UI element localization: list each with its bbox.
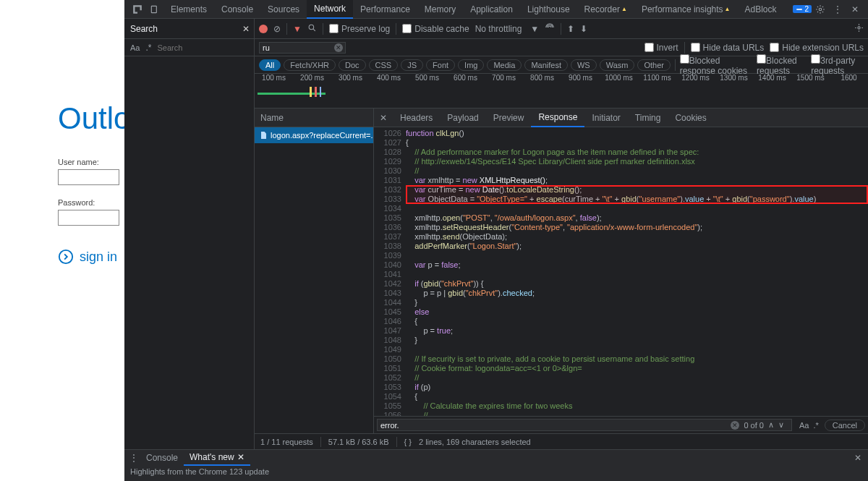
- tab-performance[interactable]: Performance: [353, 0, 417, 19]
- tab-sources[interactable]: Sources: [260, 0, 307, 19]
- network-filter-input[interactable]: [259, 42, 346, 54]
- drawer-menu-icon[interactable]: ⋮: [127, 453, 140, 463]
- blocked-requests-checkbox[interactable]: Blocked requests: [757, 54, 807, 76]
- svg-point-3: [819, 8, 822, 11]
- search-close-icon[interactable]: ✕: [238, 24, 254, 34]
- svg-point-5: [858, 26, 860, 28]
- device-icon[interactable]: [149, 4, 161, 15]
- tab-application[interactable]: Application: [463, 0, 520, 19]
- filter-pill-img[interactable]: Img: [458, 59, 484, 71]
- third-party-checkbox[interactable]: 3rd-party requests: [811, 54, 864, 76]
- password-label: Password:: [58, 198, 124, 207]
- transfer-size: 57.1 kB / 63.6 kB: [328, 438, 389, 446]
- detail-tab-headers[interactable]: Headers: [393, 108, 440, 127]
- find-prev-icon[interactable]: ∧: [768, 420, 774, 430]
- username-field[interactable]: [58, 169, 119, 185]
- filter-pill-font[interactable]: Font: [426, 59, 455, 71]
- inspect-icon[interactable]: [132, 4, 143, 15]
- throttle-select[interactable]: No throttling: [475, 24, 525, 34]
- drawer-content: Highlights from the Chrome 123 update: [124, 466, 868, 481]
- filter-pill-ws[interactable]: WS: [571, 59, 597, 71]
- filter-pill-fetch-xhr[interactable]: Fetch/XHR: [284, 59, 336, 71]
- request-list: Name logon.aspx?replaceCurrent=...: [255, 108, 374, 433]
- search-input-row: Aa .* ↻ ⊘: [124, 39, 255, 56]
- tab-adblock[interactable]: AdBlock: [738, 0, 784, 19]
- selection-status: 2 lines, 169 characters selected: [419, 438, 531, 446]
- filter-clear-icon[interactable]: ✕: [334, 43, 343, 52]
- tab-network[interactable]: Network: [307, 0, 353, 19]
- blocked-cookies-checkbox[interactable]: Blocked response cookies: [680, 54, 752, 76]
- detail-close-icon[interactable]: ✕: [374, 113, 393, 123]
- detail-tab-preview[interactable]: Preview: [486, 108, 532, 127]
- network-settings-icon[interactable]: [854, 23, 864, 35]
- filter-pill-js[interactable]: JS: [401, 59, 423, 71]
- detail-tab-initiator[interactable]: Initiator: [584, 108, 627, 127]
- upload-har-icon[interactable]: ⬆: [567, 24, 574, 34]
- filter-pill-manifest[interactable]: Manifest: [524, 59, 568, 71]
- search-input[interactable]: [157, 43, 257, 52]
- svg-point-4: [309, 25, 314, 30]
- find-cancel-button[interactable]: Cancel: [825, 420, 865, 431]
- close-icon[interactable]: ✕: [849, 4, 861, 15]
- request-list-header[interactable]: Name: [255, 108, 373, 127]
- detail-tab-timing[interactable]: Timing: [628, 108, 668, 127]
- preserve-log-checkbox[interactable]: Preserve log: [329, 24, 390, 34]
- request-row[interactable]: logon.aspx?replaceCurrent=...: [255, 127, 373, 143]
- drawer-tab-whatsnew[interactable]: What's new ✕: [184, 450, 250, 466]
- tab-performance-insights[interactable]: Performance insights: [634, 0, 738, 19]
- filter-pill-media[interactable]: Media: [487, 59, 522, 71]
- search-results-empty: [124, 56, 255, 449]
- outlook-logo: Outlook: [58, 101, 124, 136]
- network-conditions-icon[interactable]: [545, 22, 555, 35]
- filter-pill-css[interactable]: CSS: [369, 59, 399, 71]
- find-next-icon[interactable]: ∨: [778, 420, 784, 430]
- more-icon[interactable]: ⋮: [832, 4, 843, 15]
- tab-console[interactable]: Console: [214, 0, 260, 19]
- find-input[interactable]: [380, 421, 731, 430]
- tab-elements[interactable]: Elements: [163, 0, 214, 19]
- filter-pill-other[interactable]: Other: [637, 59, 671, 71]
- hide-data-urls-checkbox[interactable]: Hide data URLs: [691, 43, 765, 53]
- invert-checkbox[interactable]: Invert: [644, 43, 678, 53]
- download-har-icon[interactable]: ⬇: [580, 24, 587, 34]
- svg-rect-2: [797, 9, 803, 10]
- clear-log-icon[interactable]: ⊘: [273, 24, 281, 34]
- password-field[interactable]: [58, 210, 119, 226]
- drawer-tab-console[interactable]: Console: [140, 450, 184, 466]
- response-code[interactable]: 1026102710281029103010311032103310341035…: [374, 127, 868, 416]
- find-regex[interactable]: .*: [813, 421, 818, 430]
- code-find-bar: ✕ 0 of 0 ∧ ∨ Aa .* Cancel: [374, 416, 868, 433]
- filter-pill-all[interactable]: All: [259, 59, 281, 71]
- username-label: User name:: [58, 158, 124, 166]
- issues-badge[interactable]: 2: [793, 5, 812, 13]
- hide-ext-urls-checkbox[interactable]: Hide extension URLs: [770, 43, 864, 53]
- network-status-bar: 1 / 11 requests 57.1 kB / 63.6 kB { } 2 …: [255, 433, 868, 449]
- tab-close-icon[interactable]: ✕: [237, 452, 244, 462]
- detail-tab-payload[interactable]: Payload: [440, 108, 485, 127]
- detail-tab-response[interactable]: Response: [531, 108, 584, 127]
- find-count: 0 of 0: [744, 421, 764, 430]
- search-label: Search: [124, 24, 163, 34]
- detail-tab-cookies[interactable]: Cookies: [668, 108, 713, 127]
- gear-icon[interactable]: [814, 4, 826, 15]
- pretty-print-icon[interactable]: { }: [404, 438, 412, 446]
- disable-cache-checkbox[interactable]: Disable cache: [402, 24, 469, 34]
- filter-icon[interactable]: ▼: [293, 24, 302, 34]
- drawer-close-icon[interactable]: ✕: [851, 453, 865, 463]
- match-case-toggle[interactable]: Aa: [130, 43, 140, 52]
- network-timeline[interactable]: 100 ms200 ms300 ms400 ms500 ms600 ms700 …: [255, 74, 868, 108]
- filter-pill-doc[interactable]: Doc: [339, 59, 366, 71]
- find-clear-icon[interactable]: ✕: [731, 421, 739, 430]
- devtools-tabbar: ElementsConsoleSourcesNetworkPerformance…: [124, 0, 868, 19]
- detail-tabs: ✕ HeadersPayloadPreviewResponseInitiator…: [374, 108, 868, 127]
- tab-memory[interactable]: Memory: [417, 0, 463, 19]
- tab-recorder[interactable]: Recorder: [577, 0, 634, 19]
- record-button[interactable]: [259, 25, 268, 33]
- find-match-case[interactable]: Aa: [799, 421, 809, 430]
- tab-lighthouse[interactable]: Lighthouse: [520, 0, 577, 19]
- signin-button[interactable]: sign in: [58, 249, 124, 265]
- request-detail: ✕ HeadersPayloadPreviewResponseInitiator…: [374, 108, 868, 433]
- filter-pill-wasm[interactable]: Wasm: [600, 59, 635, 71]
- regex-toggle[interactable]: .*: [145, 43, 151, 53]
- search-icon[interactable]: [307, 23, 317, 35]
